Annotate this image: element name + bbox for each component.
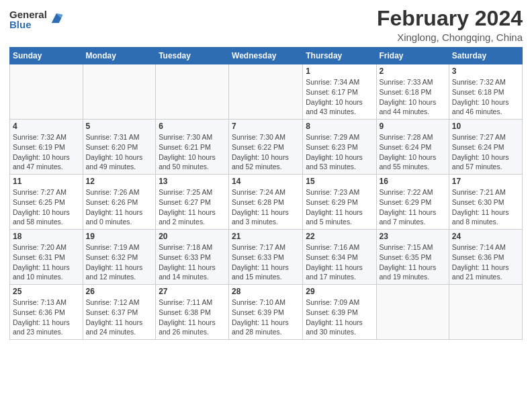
table-row: 2Sunrise: 7:33 AMSunset: 6:18 PMDaylight… [376,64,449,120]
table-row: 21Sunrise: 7:17 AMSunset: 6:33 PMDayligh… [229,230,303,285]
day-info: Sunrise: 7:11 AMSunset: 6:38 PMDaylight:… [159,298,226,337]
day-info: Sunrise: 7:09 AMSunset: 6:39 PMDaylight:… [306,298,373,337]
day-info: Sunrise: 7:33 AMSunset: 6:18 PMDaylight:… [380,77,446,117]
day-number: 14 [232,177,300,186]
day-info: Sunrise: 7:24 AMSunset: 6:28 PMDaylight:… [232,187,300,227]
day-info: Sunrise: 7:16 AMSunset: 6:34 PMDaylight:… [306,242,373,282]
calendar-week-row: 11Sunrise: 7:27 AMSunset: 6:25 PMDayligh… [10,175,523,230]
day-info: Sunrise: 7:15 AMSunset: 6:35 PMDaylight:… [380,242,446,282]
day-number: 20 [159,232,226,241]
day-number: 2 [380,66,446,76]
day-info: Sunrise: 7:34 AMSunset: 6:17 PMDaylight:… [306,77,373,117]
calendar-week-row: 4Sunrise: 7:32 AMSunset: 6:19 PMDaylight… [10,120,523,175]
header-thursday: Thursday [303,48,376,64]
table-row: 10Sunrise: 7:27 AMSunset: 6:24 PMDayligh… [449,120,522,175]
day-info: Sunrise: 7:10 AMSunset: 6:39 PMDaylight:… [232,298,300,337]
day-number: 27 [159,287,226,296]
day-number: 18 [13,232,80,241]
table-row [83,64,156,120]
table-row: 1Sunrise: 7:34 AMSunset: 6:17 PMDaylight… [303,64,376,120]
day-info: Sunrise: 7:29 AMSunset: 6:23 PMDaylight:… [306,132,373,172]
table-row: 28Sunrise: 7:10 AMSunset: 6:39 PMDayligh… [229,285,303,340]
day-number: 19 [86,232,153,241]
table-row: 25Sunrise: 7:13 AMSunset: 6:36 PMDayligh… [10,285,83,340]
table-row: 22Sunrise: 7:16 AMSunset: 6:34 PMDayligh… [303,230,376,285]
table-row: 16Sunrise: 7:22 AMSunset: 6:29 PMDayligh… [376,175,449,230]
table-row: 6Sunrise: 7:30 AMSunset: 6:21 PMDaylight… [156,120,229,175]
table-row: 7Sunrise: 7:30 AMSunset: 6:22 PMDaylight… [229,120,303,175]
table-row: 14Sunrise: 7:24 AMSunset: 6:28 PMDayligh… [229,175,303,230]
logo-general: General [9,9,47,19]
day-number: 29 [306,287,373,296]
table-row: 19Sunrise: 7:19 AMSunset: 6:32 PMDayligh… [83,230,156,285]
day-info: Sunrise: 7:19 AMSunset: 6:32 PMDaylight:… [86,242,153,282]
day-number: 4 [13,122,80,131]
table-row: 4Sunrise: 7:32 AMSunset: 6:19 PMDaylight… [10,120,83,175]
table-row: 20Sunrise: 7:18 AMSunset: 6:33 PMDayligh… [156,230,229,285]
header-monday: Monday [83,48,156,64]
location: Xinglong, Chongqing, China [377,32,523,43]
day-info: Sunrise: 7:25 AMSunset: 6:27 PMDaylight:… [159,187,226,227]
table-row: 17Sunrise: 7:21 AMSunset: 6:30 PMDayligh… [449,175,522,230]
table-row: 13Sunrise: 7:25 AMSunset: 6:27 PMDayligh… [156,175,229,230]
header: General Blue February 2024 Xinglong, Cho… [9,7,523,43]
day-number: 13 [159,177,226,186]
day-number: 9 [380,122,446,131]
logo-icon [49,11,64,26]
table-row: 5Sunrise: 7:31 AMSunset: 6:20 PMDaylight… [83,120,156,175]
day-number: 5 [86,122,153,131]
title-area: February 2024 Xinglong, Chongqing, China [377,7,523,43]
header-wednesday: Wednesday [229,48,303,64]
day-number: 15 [306,177,373,186]
day-number: 26 [86,287,153,296]
day-number: 7 [232,122,300,131]
day-number: 17 [452,177,519,186]
day-info: Sunrise: 7:26 AMSunset: 6:26 PMDaylight:… [86,187,153,227]
table-row: 3Sunrise: 7:32 AMSunset: 6:18 PMDaylight… [449,64,522,120]
table-row [376,285,449,340]
day-info: Sunrise: 7:30 AMSunset: 6:22 PMDaylight:… [232,132,300,172]
table-row: 18Sunrise: 7:20 AMSunset: 6:31 PMDayligh… [10,230,83,285]
day-info: Sunrise: 7:22 AMSunset: 6:29 PMDaylight:… [380,187,446,227]
day-number: 24 [452,232,519,241]
day-info: Sunrise: 7:28 AMSunset: 6:24 PMDaylight:… [380,132,446,172]
day-info: Sunrise: 7:18 AMSunset: 6:33 PMDaylight:… [159,242,226,282]
header-sunday: Sunday [10,48,83,64]
day-info: Sunrise: 7:27 AMSunset: 6:25 PMDaylight:… [13,187,80,227]
day-info: Sunrise: 7:14 AMSunset: 6:36 PMDaylight:… [452,242,519,282]
table-row: 29Sunrise: 7:09 AMSunset: 6:39 PMDayligh… [303,285,376,340]
table-row: 9Sunrise: 7:28 AMSunset: 6:24 PMDaylight… [376,120,449,175]
day-number: 16 [380,177,446,186]
day-number: 21 [232,232,300,241]
day-number: 22 [306,232,373,241]
day-info: Sunrise: 7:23 AMSunset: 6:29 PMDaylight:… [306,187,373,227]
table-row [156,64,229,120]
day-number: 12 [86,177,153,186]
table-row [229,64,303,120]
calendar-week-row: 25Sunrise: 7:13 AMSunset: 6:36 PMDayligh… [10,285,523,340]
day-info: Sunrise: 7:12 AMSunset: 6:37 PMDaylight:… [86,298,153,337]
table-row: 23Sunrise: 7:15 AMSunset: 6:35 PMDayligh… [376,230,449,285]
header-saturday: Saturday [449,48,522,64]
day-info: Sunrise: 7:31 AMSunset: 6:20 PMDaylight:… [86,132,153,172]
logo-blue: Blue [9,19,47,30]
header-tuesday: Tuesday [156,48,229,64]
table-row [449,285,522,340]
day-number: 10 [452,122,519,131]
calendar-table: Sunday Monday Tuesday Wednesday Thursday… [9,47,523,340]
table-row: 12Sunrise: 7:26 AMSunset: 6:26 PMDayligh… [83,175,156,230]
day-number: 28 [232,287,300,296]
day-number: 25 [13,287,80,296]
table-row: 26Sunrise: 7:12 AMSunset: 6:37 PMDayligh… [83,285,156,340]
day-info: Sunrise: 7:30 AMSunset: 6:21 PMDaylight:… [159,132,226,172]
day-info: Sunrise: 7:32 AMSunset: 6:18 PMDaylight:… [452,77,519,117]
day-number: 23 [380,232,446,241]
day-number: 6 [159,122,226,131]
day-number: 3 [452,66,519,76]
day-number: 1 [306,66,373,76]
table-row: 24Sunrise: 7:14 AMSunset: 6:36 PMDayligh… [449,230,522,285]
day-info: Sunrise: 7:13 AMSunset: 6:36 PMDaylight:… [13,298,80,337]
table-row: 8Sunrise: 7:29 AMSunset: 6:23 PMDaylight… [303,120,376,175]
day-info: Sunrise: 7:27 AMSunset: 6:24 PMDaylight:… [452,132,519,172]
page-container: General Blue February 2024 Xinglong, Cho… [0,0,532,347]
